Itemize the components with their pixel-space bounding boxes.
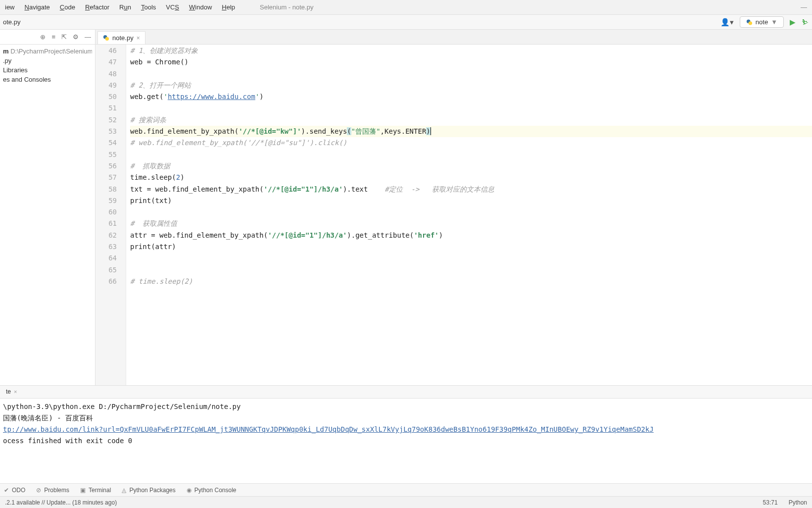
editor-tabs: note.py ×: [96, 30, 812, 45]
project-panel-toolbar: ⊕ ≡ ⇱ ⚙ —: [0, 30, 95, 45]
code-area[interactable]: # 1、创建浏览器对象web = Chrome()# 2、打开一个网站web.g…: [126, 45, 812, 385]
menu-window[interactable]: Window: [184, 1, 217, 13]
window-title: Selenium - note.py: [260, 3, 313, 11]
project-tree[interactable]: m D:\PycharmProject\Selenium .py Librari…: [0, 45, 95, 86]
user-icon[interactable]: 👤▾: [720, 18, 734, 27]
run-config-name: note: [756, 18, 768, 26]
project-root[interactable]: m D:\PycharmProject\Selenium: [3, 47, 92, 56]
problems-tool[interactable]: ⊘Problems: [36, 487, 69, 494]
run-tab[interactable]: te ×: [2, 387, 21, 398]
run-button[interactable]: ▶: [790, 18, 796, 27]
close-icon[interactable]: ×: [137, 35, 140, 42]
menu-code[interactable]: Code: [55, 1, 80, 13]
run-tabs: te ×: [0, 386, 812, 399]
menu-navigate[interactable]: Navigate: [20, 1, 55, 13]
terminal-tool[interactable]: ▣Terminal: [80, 487, 111, 494]
editor-tab-label: note.py: [112, 34, 134, 42]
python-icon: [746, 19, 753, 25]
menu-bar: iew Navigate Code Refactor Run Tools VCS…: [0, 0, 812, 15]
locate-icon[interactable]: ⊕: [40, 33, 46, 41]
project-tree-item[interactable]: es and Consoles: [3, 75, 92, 84]
package-icon: ◬: [122, 487, 126, 494]
terminal-icon: ▣: [80, 487, 86, 494]
debug-button[interactable]: ⛷: [802, 18, 809, 26]
svg-point-3: [105, 37, 109, 41]
menu-vcs[interactable]: VCS: [161, 1, 184, 13]
svg-point-1: [748, 21, 752, 25]
gear-icon[interactable]: ⚙: [73, 33, 79, 41]
todo-tool[interactable]: ✔ODO: [4, 487, 25, 494]
problems-icon: ⊘: [36, 487, 41, 494]
project-tree-item[interactable]: Libraries: [3, 65, 92, 75]
language-indicator[interactable]: Python: [789, 499, 807, 506]
project-tree-item[interactable]: .py: [3, 56, 92, 65]
python-icon: [103, 35, 109, 41]
menu-help[interactable]: Help: [217, 1, 240, 13]
cursor-position[interactable]: 53:71: [763, 499, 778, 506]
hide-icon[interactable]: —: [85, 33, 91, 41]
bottom-tool-strip: ✔ODO ⊘Problems ▣Terminal ◬Python Package…: [0, 483, 812, 496]
python-console-tool[interactable]: ◉Python Console: [187, 487, 237, 494]
collapse-icon[interactable]: ⇱: [61, 33, 67, 41]
run-config-selector[interactable]: note ▼: [740, 16, 784, 28]
status-bar: .2.1 available // Update... (18 minutes …: [0, 496, 812, 508]
menu-refactor[interactable]: Refactor: [80, 1, 114, 13]
todo-icon: ✔: [4, 487, 9, 494]
gutter[interactable]: 4647484950515253545556575859606162636465…: [96, 45, 126, 385]
run-tool-window: te × \python-3.9\python.exe D:/PycharmPr…: [0, 385, 812, 483]
python-icon: ◉: [187, 487, 191, 494]
status-message[interactable]: .2.1 available // Update... (18 minutes …: [5, 499, 117, 506]
menu-view[interactable]: iew: [0, 1, 20, 13]
python-packages-tool[interactable]: ◬Python Packages: [122, 487, 175, 494]
project-tool-window: ⊕ ≡ ⇱ ⚙ — m D:\PycharmProject\Selenium .…: [0, 30, 96, 385]
navigation-bar: ote.py 👤▾ note ▼ ▶ ⛷: [0, 15, 812, 30]
code-editor[interactable]: 4647484950515253545556575859606162636465…: [96, 45, 812, 385]
chevron-down-icon: ▼: [771, 18, 777, 26]
breadcrumb[interactable]: ote.py: [3, 18, 20, 26]
minimize-icon[interactable]: —: [801, 3, 812, 11]
menu-run[interactable]: Run: [114, 1, 136, 13]
menu-tools[interactable]: Tools: [136, 1, 161, 13]
expand-icon[interactable]: ≡: [51, 33, 55, 41]
editor-tab[interactable]: note.py ×: [97, 31, 145, 44]
close-icon[interactable]: ×: [14, 389, 17, 395]
console-output[interactable]: \python-3.9\python.exe D:/PycharmProject…: [0, 399, 812, 483]
